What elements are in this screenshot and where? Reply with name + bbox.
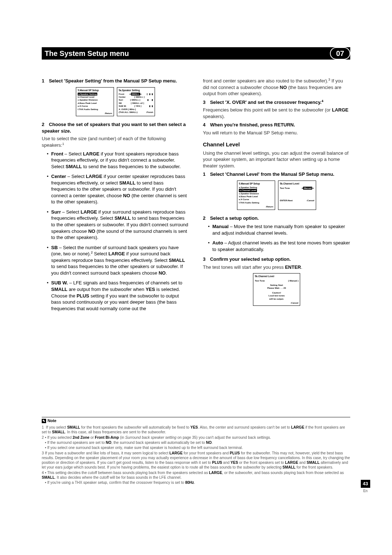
bullet-front: Front – Select LARGE if your front speak… — [47, 151, 189, 170]
bullet-center: Center – Select LARGE if your center spe… — [47, 173, 189, 205]
osd-row-3: 5b.Channel Level Test Tone[ Manual ] Set… — [203, 273, 350, 306]
cl-step-1: 1 Select 'Channel Level' from the Manual… — [203, 171, 350, 178]
step-4: 4 When you're finished, press RETURN. — [203, 122, 350, 128]
step-2: 2 Choose the set of speakers that you wa… — [42, 121, 189, 134]
footnote-4a: 4 • This setting decides the cutoff betw… — [42, 470, 350, 480]
notes-heading: ✎ Note — [42, 418, 350, 424]
step-2-title: Choose the set of speakers that you want… — [42, 122, 186, 134]
step-1-title: Select 'Speaker Setting' from the Manual… — [49, 78, 177, 84]
footnote-2b: • If the surround speakers are set to NO… — [42, 440, 350, 445]
chapter-title: The System Setup menu — [45, 49, 129, 58]
bullet-surr: Surr – Select LARGE if your surround spe… — [47, 209, 189, 241]
subw-continuation: front and center speakers are also route… — [203, 78, 350, 97]
step-4-body: You will return to the Manual SP Setup m… — [203, 130, 350, 136]
osd-row-2: 5.Manual SP Setup a.Speaker Setting b.Ch… — [203, 181, 350, 210]
cl-step-3-title: Confirm your selected setup option. — [210, 256, 291, 262]
osd-manual-sp-setup: 5.Manual SP Setup a.Speaker Setting b.Ch… — [76, 87, 114, 117]
cl-step-2: 2 Select a setup option. — [203, 215, 350, 222]
note-icon: ✎ — [42, 419, 46, 423]
cl-step-1-title: Select 'Channel Level' from the Manual S… — [210, 171, 335, 177]
page-lang: En — [361, 489, 370, 494]
footnote-3: 3 If you have a subwoofer and like lots … — [42, 451, 350, 470]
cl-options: Manual – Move the test tone manually fro… — [203, 223, 350, 252]
step-3: 3 Select 'X. OVER' and set the crossover… — [203, 99, 350, 106]
cl-step-2-num: 2 — [203, 215, 209, 222]
footnotes: 1 If you select SMALL for the front spea… — [42, 425, 350, 485]
osd-channel-level: 5b.Channel Level Test Tone◄Manual► ENTER… — [278, 181, 316, 210]
step-3-num: 3 — [203, 99, 209, 106]
cl-step-3-body: The test tones will start after you pres… — [203, 264, 350, 271]
chapter-number: 07 — [330, 47, 350, 60]
cl-step-3: 3 Confirm your selected setup option. — [203, 256, 350, 263]
cl-step-1-num: 1 — [203, 171, 209, 178]
osd-row-1: 5.Manual SP Setup a.Speaker Setting b.Ch… — [42, 87, 189, 117]
speaker-layout-icon: ▯ ▮◦▮ — [147, 93, 153, 96]
right-column: front and center speakers are also route… — [203, 78, 350, 315]
chapter-header: The System Setup menu 07 — [42, 47, 350, 60]
step-1: 1 Select 'Speaker Setting' from the Manu… — [42, 78, 189, 84]
step-1-num: 1 — [42, 78, 48, 84]
channel-level-heading: Channel Level — [203, 141, 350, 148]
cl-opt-auto: Auto – Adjust channel levels as the test… — [208, 240, 350, 252]
cl-opt-manual: Manual – Move the test tone manually fro… — [208, 223, 350, 236]
footnote-2c: • If you select one surround back speake… — [42, 445, 350, 450]
notes-divider — [42, 417, 350, 417]
footnote-2a: 2 • If you selected 2nd Zone or Front Bi… — [42, 435, 350, 440]
step-4-num: 4 — [203, 122, 209, 128]
bullet-sb: SB – Select the number of surround back … — [47, 244, 189, 276]
osd-speaker-setting: 5a.Speaker Setting Front◄SMALL►▯ ▮◦▮ Cen… — [117, 87, 155, 117]
cl-step-2-title: Select a setup option. — [210, 215, 259, 221]
footnote-1: 1 If you select SMALL for the front spea… — [42, 425, 350, 435]
channel-level-intro: Using the channel level settings, you ca… — [203, 150, 350, 169]
footnote-4b: • If you're using a THX speaker setup, c… — [42, 480, 350, 485]
step-3-title: Select 'X. OVER' and set the crossover f… — [210, 100, 323, 105]
page-number-block: 43 En — [361, 480, 370, 493]
bullet-subw: SUB W. – LFE signals and bass frequencie… — [47, 280, 189, 312]
osd-channel-level-start: 5b.Channel Level Test Tone[ Manual ] Set… — [253, 273, 300, 306]
page-number: 43 — [361, 480, 370, 488]
left-column: 1 Select 'Speaker Setting' from the Manu… — [42, 78, 189, 315]
step-2-body: Use to select the size (and number) of e… — [42, 135, 189, 148]
step-3-body: Frequencies below this point will be sen… — [203, 107, 350, 119]
osd-manual-sp-setup-2: 5.Manual SP Setup a.Speaker Setting b.Ch… — [237, 181, 275, 210]
cl-step-3-num: 3 — [203, 256, 209, 263]
speaker-bullets: Front – Select LARGE if your front speak… — [42, 151, 189, 312]
step-4-title: When you're finished, press RETURN. — [210, 122, 295, 127]
step-2-num: 2 — [42, 121, 48, 128]
